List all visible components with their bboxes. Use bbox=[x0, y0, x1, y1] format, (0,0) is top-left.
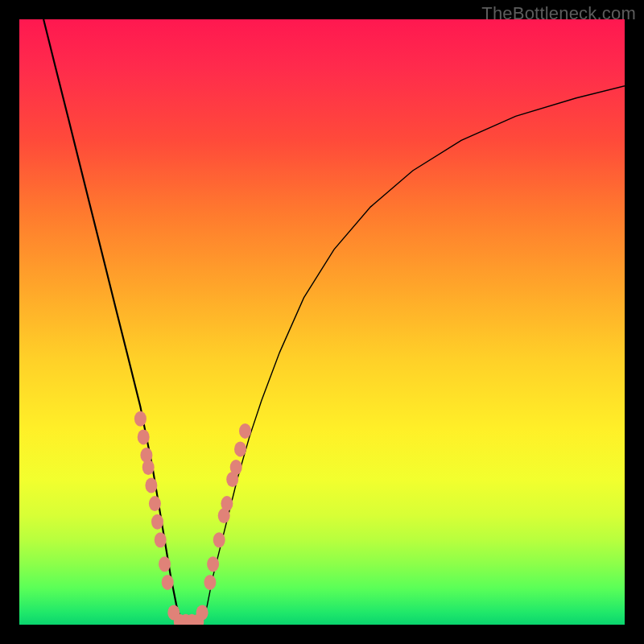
data-marker bbox=[159, 556, 171, 572]
data-marker bbox=[162, 575, 174, 590]
data-marker bbox=[142, 460, 155, 475]
data-marker bbox=[196, 605, 208, 621]
data-marker bbox=[138, 429, 150, 444]
chart-frame: TheBottleneck.com bbox=[0, 0, 644, 644]
marker-group bbox=[134, 411, 251, 625]
data-marker bbox=[234, 441, 246, 456]
data-marker bbox=[230, 460, 242, 475]
data-marker bbox=[151, 514, 163, 530]
chart-svg bbox=[19, 19, 625, 625]
plot-area bbox=[19, 19, 625, 625]
watermark-text: TheBottleneck.com bbox=[481, 3, 636, 24]
data-marker bbox=[204, 575, 216, 590]
data-marker bbox=[213, 532, 225, 547]
data-marker bbox=[221, 496, 233, 511]
data-marker bbox=[134, 411, 147, 427]
data-marker bbox=[207, 556, 219, 572]
curve-right-branch bbox=[183, 86, 625, 625]
data-marker bbox=[149, 496, 161, 511]
data-marker bbox=[155, 532, 167, 547]
curve-left-branch bbox=[43, 19, 201, 625]
data-marker bbox=[145, 478, 157, 493]
data-marker bbox=[239, 423, 251, 439]
curve-group bbox=[43, 19, 625, 625]
